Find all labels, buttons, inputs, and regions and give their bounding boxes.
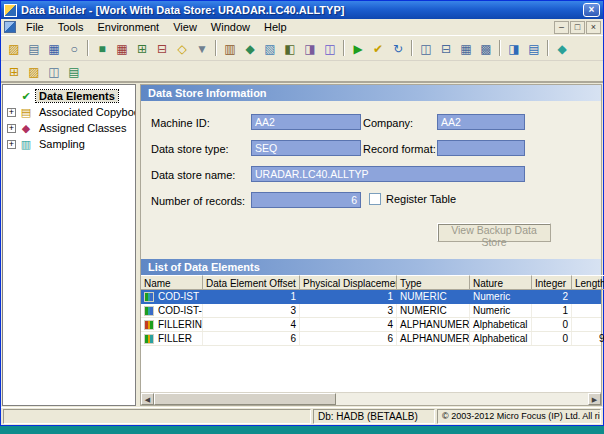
cell-name: COD-IST xyxy=(158,291,199,302)
mdi-minimize-button[interactable]: – xyxy=(554,21,569,34)
tile-windows-icon[interactable]: ▦ xyxy=(456,39,476,58)
column-header-type[interactable]: Type xyxy=(397,275,470,290)
key-icon[interactable]: ◇ xyxy=(172,39,192,58)
cell-nature: Numeric xyxy=(470,304,532,317)
menu-view[interactable]: View xyxy=(166,20,204,34)
scrollbar-track[interactable] xyxy=(154,393,588,405)
details-icon[interactable]: ▤ xyxy=(524,39,544,58)
section-header-data-store-information: Data Store Information xyxy=(141,85,601,101)
cell-length: 1 xyxy=(572,304,604,317)
company-field[interactable]: AA2 xyxy=(437,114,525,130)
datastore-icon[interactable]: ■ xyxy=(92,39,112,58)
classes-icon[interactable]: ◆ xyxy=(240,39,260,58)
expand-icon[interactable]: + xyxy=(7,140,16,149)
cell-length: 95 xyxy=(572,332,604,345)
refresh-icon[interactable]: ↻ xyxy=(388,39,408,58)
table-row[interactable]: FILLER 6 6 ALPHANUMERIC Alphabetical 0 9… xyxy=(141,332,601,346)
save-icon[interactable]: ▦ xyxy=(44,39,64,58)
column-header-physical-displacement[interactable]: Physical Displacement xyxy=(300,275,397,290)
data-store-type-label: Data store type: xyxy=(151,143,229,155)
import-icon[interactable]: ◧ xyxy=(280,39,300,58)
statusbar: Db: HADB (BETAALB) © 2003-2012 Micro Foc… xyxy=(1,407,603,425)
close-button[interactable]: × xyxy=(583,3,600,17)
column-header-label: Data Element Offset xyxy=(206,278,296,289)
horizontal-scrollbar[interactable]: ◀ ▶ xyxy=(141,392,601,405)
tree-item-sampling[interactable]: + ▥ Sampling xyxy=(3,136,135,152)
scroll-left-icon[interactable]: ◀ xyxy=(141,393,154,405)
scrollbar-thumb[interactable] xyxy=(154,393,336,405)
split-horizontal-icon[interactable]: ◫ xyxy=(416,39,436,58)
folder-icon[interactable]: ▨ xyxy=(24,62,44,81)
record-format-label: Record format: xyxy=(363,143,436,155)
cell-displacement: 6 xyxy=(300,332,397,345)
cell-type: ALPHANUMERIC xyxy=(397,332,470,345)
machine-id-field[interactable]: AA2 xyxy=(251,114,361,130)
print-icon[interactable]: ▤ xyxy=(24,39,44,58)
window-title: Data Builder - [Work With Data Store: UR… xyxy=(21,4,583,16)
diamond-icon[interactable]: ◆ xyxy=(552,39,572,58)
cell-type: ALPHANUMERIC xyxy=(397,318,470,331)
add-element-icon[interactable]: ⊞ xyxy=(132,39,152,58)
tree-item-assigned-classes[interactable]: + ◆ Assigned Classes xyxy=(3,120,135,136)
expand-icon[interactable]: + xyxy=(7,124,16,133)
data-store-type-field[interactable]: SEQ xyxy=(251,140,361,156)
checkbox-icon[interactable] xyxy=(369,193,381,205)
report-icon[interactable]: ▤ xyxy=(64,62,84,81)
open-data-store-icon[interactable]: ▨ xyxy=(4,39,24,58)
copybook-icon[interactable]: ▥ xyxy=(220,39,240,58)
status-db: Db: HADB (BETAALB) xyxy=(313,409,435,424)
cell-offset: 1 xyxy=(203,290,300,303)
scroll-right-icon[interactable]: ▶ xyxy=(588,393,601,405)
split-vertical-icon[interactable]: ⊟ xyxy=(436,39,456,58)
copybook-icon: ▤ xyxy=(19,106,33,119)
data-element-icon xyxy=(144,292,154,302)
mdi-close-button[interactable]: × xyxy=(586,21,601,34)
cascade-windows-icon[interactable]: ▩ xyxy=(476,39,496,58)
menu-tools[interactable]: Tools xyxy=(51,20,91,34)
compare-icon[interactable]: ◫ xyxy=(320,39,340,58)
register-table-label: Register Table xyxy=(386,193,456,205)
app-window: Data Builder - [Work With Data Store: UR… xyxy=(0,0,604,426)
tree-item-data-elements[interactable]: ✔ Data Elements xyxy=(3,88,135,104)
data-elements-table: Name Data Element Offset ▲ Physical Disp… xyxy=(141,275,601,405)
column-header-name[interactable]: Name xyxy=(141,275,203,290)
menu-window[interactable]: Window xyxy=(204,20,257,34)
sampling-icon[interactable]: ▧ xyxy=(260,39,280,58)
column-header-nature[interactable]: Nature xyxy=(470,275,532,290)
menu-help[interactable]: Help xyxy=(257,20,294,34)
column-header-length[interactable]: Length xyxy=(572,275,604,290)
search-icon[interactable]: ○ xyxy=(64,39,84,58)
menubar: File Tools Environment View Window Help … xyxy=(1,19,603,36)
titlebar: Data Builder - [Work With Data Store: UR… xyxy=(1,1,603,19)
column-header-data-element-offset[interactable]: Data Element Offset ▲ xyxy=(203,275,300,290)
table-row[interactable]: COD-IST-1 3 3 NUMERIC Numeric 1 1 xyxy=(141,304,601,318)
view-backup-data-store-button[interactable]: View Backup Data Store xyxy=(437,223,551,242)
delete-element-icon[interactable]: ⊟ xyxy=(152,39,172,58)
filter-icon[interactable]: ▼ xyxy=(192,39,212,58)
column-header-integer[interactable]: Integer xyxy=(532,275,572,290)
record-format-field[interactable] xyxy=(437,140,525,156)
table-header-row: Name Data Element Offset ▲ Physical Disp… xyxy=(141,275,601,290)
new-item-icon[interactable]: ⊞ xyxy=(4,62,24,81)
validate-icon[interactable]: ✔ xyxy=(368,39,388,58)
export-icon[interactable]: ◨ xyxy=(300,39,320,58)
cell-name: COD-IST-1 xyxy=(158,305,203,316)
run-icon[interactable]: ▶ xyxy=(348,39,368,58)
check-icon: ✔ xyxy=(19,90,33,103)
copy-icon[interactable]: ◫ xyxy=(44,62,64,81)
table-row[interactable]: COD-IST 1 1 NUMERIC Numeric 2 2 xyxy=(141,290,601,304)
tree-indent xyxy=(7,92,16,101)
cell-integer: 0 xyxy=(532,318,572,331)
tree-item-associated-copybook[interactable]: + ▤ Associated Copybook xyxy=(3,104,135,120)
number-of-records-field[interactable]: 6 xyxy=(251,192,361,208)
expand-icon[interactable]: + xyxy=(7,108,16,117)
table-row[interactable]: FILLERINO 4 4 ALPHANUMERIC Alphabetical … xyxy=(141,318,601,332)
columns-icon[interactable]: ◨ xyxy=(504,39,524,58)
menu-file[interactable]: File xyxy=(19,20,51,34)
data-store-name-field[interactable]: URADAR.LC40.ALLTYP xyxy=(251,166,525,182)
mdi-restore-button[interactable]: □ xyxy=(570,21,585,34)
register-table-checkbox[interactable]: Register Table xyxy=(369,193,456,205)
menu-environment[interactable]: Environment xyxy=(90,20,166,34)
table-icon[interactable]: ▦ xyxy=(112,39,132,58)
machine-id-label: Machine ID: xyxy=(151,117,210,129)
